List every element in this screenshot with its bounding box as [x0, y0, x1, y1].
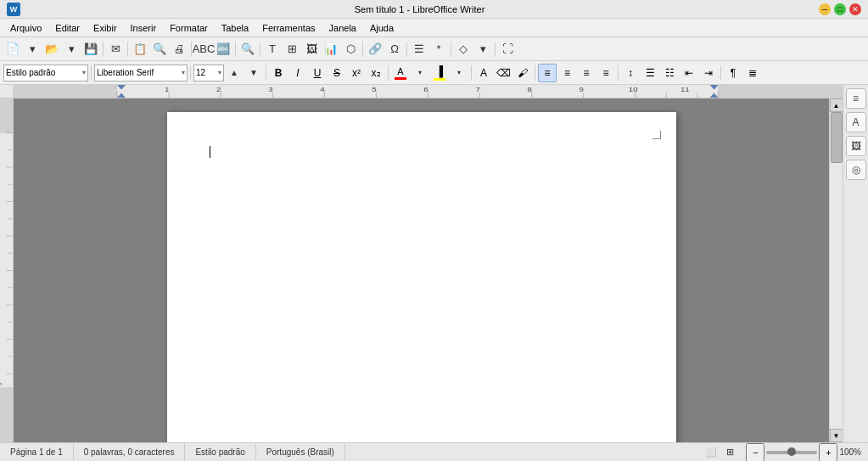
clone-format-button[interactable]: 🖌: [513, 64, 532, 82]
ruler-container: 1 2 3 4 5 6 7 8 9 10 11: [0, 85, 843, 98]
insert-header-footer-button[interactable]: ☰: [410, 40, 428, 59]
open-button[interactable]: 📂: [42, 40, 61, 59]
insert-special-char-button[interactable]: Ω: [385, 40, 404, 59]
autocorrect-button[interactable]: 🔤: [214, 40, 232, 59]
scroll-track[interactable]: [830, 112, 843, 429]
align-center-button[interactable]: ≡: [557, 64, 576, 82]
zoom-button[interactable]: ⛶: [498, 40, 517, 59]
zoom-out-button[interactable]: −: [746, 443, 764, 462]
italic-button[interactable]: I: [288, 64, 307, 82]
ruler-corner: [0, 85, 14, 98]
menu-formatar[interactable]: Formatar: [163, 21, 215, 35]
insert-shape-button[interactable]: ◇: [454, 40, 473, 59]
email-button[interactable]: ✉: [106, 40, 125, 59]
page-corner-mark: [652, 131, 661, 139]
page-scroll-area[interactable]: [14, 98, 829, 442]
insert-chart-button[interactable]: 📊: [322, 40, 340, 59]
svg-rect-32: [0, 387, 13, 442]
sidebar-navigator-button[interactable]: ◎: [846, 160, 866, 180]
paragraph-style-selector[interactable]: Estilo padrão ▾: [3, 65, 88, 82]
menu-arquivo[interactable]: Arquivo: [3, 21, 48, 35]
highlight-color-button[interactable]: ▐: [430, 64, 449, 82]
window-controls: ─ □ ✕: [819, 3, 861, 15]
sep-f2: [190, 65, 191, 81]
draw-dropdown[interactable]: ▾: [473, 40, 492, 59]
page-area-wrapper: 1 2 3 4 5 6 7 8: [0, 98, 843, 442]
spellcheck-button[interactable]: ABC: [194, 40, 213, 59]
decrease-size-button[interactable]: ▼: [244, 64, 263, 82]
zoom-in-button[interactable]: +: [819, 443, 837, 462]
zoom-slider[interactable]: [766, 451, 817, 454]
scroll-thumb[interactable]: [831, 112, 843, 163]
sep9: [495, 42, 496, 57]
strikethrough-button[interactable]: S: [328, 64, 346, 82]
sidebar-styles-button[interactable]: A: [846, 112, 866, 132]
document-page[interactable]: [167, 112, 676, 442]
app-logo: W: [7, 3, 20, 16]
view-layout-button[interactable]: ⊞: [720, 443, 739, 462]
menu-tabela[interactable]: Tabela: [215, 21, 255, 35]
bold-button[interactable]: B: [269, 64, 288, 82]
underline-button[interactable]: U: [308, 64, 327, 82]
highlight-dropdown[interactable]: ▾: [450, 64, 468, 82]
insert-table-button[interactable]: ⊞: [283, 40, 301, 59]
font-name-selector[interactable]: Liberation Serif ▾: [94, 65, 188, 82]
insert-ole-button[interactable]: ⬡: [341, 40, 360, 59]
print-button[interactable]: 🖨: [170, 40, 188, 59]
subscript-button[interactable]: x₂: [367, 64, 385, 82]
font-color-dropdown[interactable]: ▾: [411, 64, 429, 82]
svg-rect-1: [718, 85, 843, 98]
align-right-button[interactable]: ≡: [577, 64, 596, 82]
sidebar-gallery-button[interactable]: 🖼: [846, 136, 866, 156]
paragraph-settings-button[interactable]: ≣: [743, 64, 762, 82]
svg-text:3: 3: [268, 87, 273, 94]
menu-janela[interactable]: Janela: [322, 21, 363, 35]
insert-footnote-button[interactable]: *: [429, 40, 448, 59]
standard-selection-button[interactable]: ⬜: [702, 443, 720, 462]
svg-text:2: 2: [216, 87, 221, 94]
increase-indent-button[interactable]: ⇥: [699, 64, 718, 82]
close-button[interactable]: ✕: [849, 3, 861, 15]
menu-ferramentas[interactable]: Ferramentas: [255, 21, 322, 35]
line-spacing-button[interactable]: ↕: [621, 64, 640, 82]
horizontal-ruler: 1 2 3 4 5 6 7 8 9 10 11: [14, 85, 843, 98]
page-count-status: Página 1 de 1: [0, 443, 74, 461]
maximize-button[interactable]: □: [834, 3, 846, 15]
minimize-button[interactable]: ─: [819, 3, 831, 15]
insert-hyperlink-button[interactable]: 🔗: [366, 40, 384, 59]
menu-editar[interactable]: Editar: [48, 21, 87, 35]
text-cursor: [210, 146, 210, 158]
scroll-up-button[interactable]: ▲: [830, 98, 843, 112]
insert-image-button[interactable]: 🖼: [302, 40, 321, 59]
sidebar-properties-button[interactable]: ≡: [846, 88, 866, 109]
save-button[interactable]: 💾: [81, 40, 100, 59]
align-left-button[interactable]: ≡: [538, 64, 557, 82]
svg-text:4: 4: [320, 87, 325, 94]
export-pdf-button[interactable]: 📋: [131, 40, 149, 59]
sep5: [260, 42, 260, 57]
find-button[interactable]: 🔍: [238, 40, 257, 59]
superscript-button[interactable]: x²: [347, 64, 366, 82]
menu-exibir[interactable]: Exibir: [87, 21, 124, 35]
scroll-down-button[interactable]: ▼: [830, 429, 843, 442]
list-ordered-button[interactable]: ☷: [660, 64, 679, 82]
clear-formatting-button[interactable]: ⌫: [494, 64, 512, 82]
increase-size-button[interactable]: ▲: [225, 64, 244, 82]
insert-textbox-button[interactable]: T: [263, 40, 282, 59]
sep-f4: [388, 65, 389, 81]
font-color-button[interactable]: A: [391, 64, 410, 82]
open-dropdown[interactable]: ▾: [62, 40, 81, 59]
new-button[interactable]: 📄: [3, 40, 22, 59]
size-dropdown-arrow: ▾: [218, 69, 221, 76]
paragraph-marks-button[interactable]: ¶: [724, 64, 742, 82]
menu-inserir[interactable]: Inserir: [124, 21, 164, 35]
decrease-indent-button[interactable]: ⇤: [680, 64, 698, 82]
sep-f6: [535, 65, 535, 81]
menu-ajuda[interactable]: Ajuda: [363, 21, 400, 35]
font-size-selector[interactable]: 12 ▾: [193, 65, 224, 82]
print-preview-button[interactable]: 🔍: [150, 40, 169, 59]
new-dropdown[interactable]: ▾: [23, 40, 42, 59]
list-unordered-button[interactable]: ☰: [641, 64, 659, 82]
align-justify-button[interactable]: ≡: [596, 64, 615, 82]
character-format-button[interactable]: A: [474, 64, 493, 82]
